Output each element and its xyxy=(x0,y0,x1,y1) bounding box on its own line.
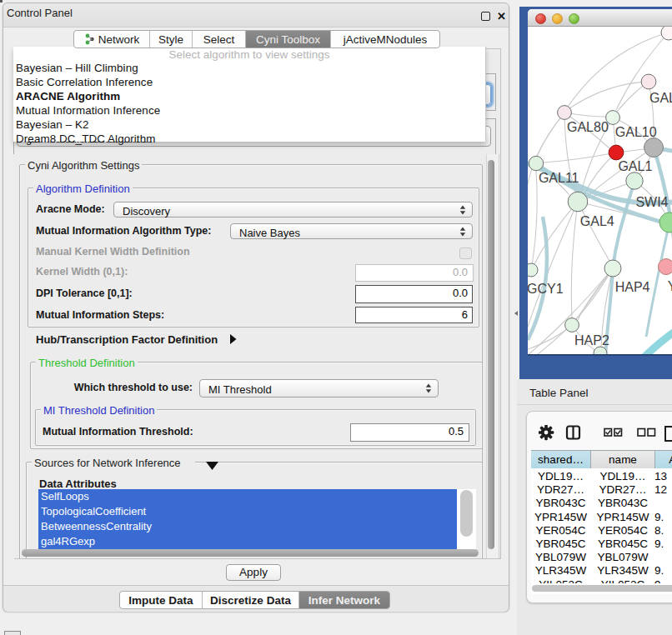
svg-text:Y: Y xyxy=(668,279,672,293)
svg-text:GAL4: GAL4 xyxy=(580,214,614,228)
svg-text:GAL11: GAL11 xyxy=(539,171,579,185)
svg-text:SWI4: SWI4 xyxy=(635,195,668,209)
svg-text:GAL80: GAL80 xyxy=(567,120,609,134)
svg-text:GAL1: GAL1 xyxy=(618,159,652,173)
svg-text:HAP2: HAP2 xyxy=(574,333,609,348)
svg-text:GAL10: GAL10 xyxy=(615,125,657,139)
svg-text:GAL: GAL xyxy=(649,91,672,105)
svg-text:GCY1: GCY1 xyxy=(528,282,564,296)
svg-text:HAP4: HAP4 xyxy=(615,280,650,294)
